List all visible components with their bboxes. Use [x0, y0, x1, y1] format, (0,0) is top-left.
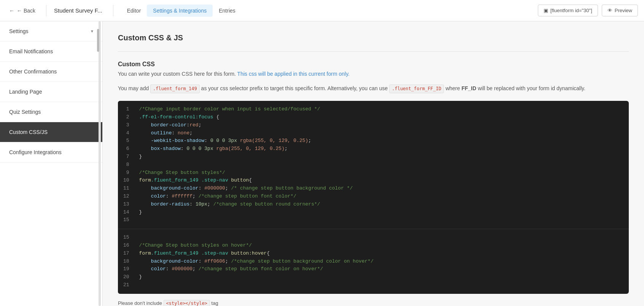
sidebar-custom-css-label: Custom CSS/JS [9, 129, 48, 135]
back-button[interactable]: ← ← Back [6, 6, 38, 15]
shortcode-icon: ▣ [544, 8, 548, 13]
sidebar-item-quiz-settings[interactable]: Quiz Settings [0, 102, 102, 122]
chevron-down-icon: ▾ [91, 29, 93, 34]
selector-info: You may add .fluent_form_149 as your css… [118, 84, 629, 93]
footer-text-2: tag [211, 300, 218, 306]
sidebar-item-settings[interactable]: Settings ▾ [0, 21, 102, 41]
sidebar-item-landing-page[interactable]: Landing Page [0, 82, 102, 102]
footer-text-1: Please don't include [118, 300, 164, 306]
page-title: Custom CSS & JS [118, 33, 629, 42]
selector-badge-1: .fluent_form_149 [150, 84, 200, 93]
sidebar-item-other-confirmations[interactable]: Other Confirmations [0, 62, 102, 82]
sidebar-quiz-label: Quiz Settings [9, 109, 41, 115]
sidebar: Settings ▾ Email Notifications Other Con… [0, 21, 103, 306]
sidebar-integrations-label: Configure Integrations [9, 149, 62, 155]
code-editor-inner-2: 15161718192021 /*Change Step button styl… [118, 229, 629, 294]
line-numbers-2: 15161718192021 [118, 229, 133, 294]
code-content-block-1[interactable]: /*Change input border color when input i… [133, 101, 629, 229]
tab-settings[interactable]: Settings & Integrations [147, 5, 213, 17]
preview-button[interactable]: 👁 Preview [602, 5, 638, 16]
code-editor[interactable]: 123456789101112131415 /*Change input bor… [118, 101, 629, 294]
scroll-thumb[interactable] [97, 29, 99, 52]
shortcode-label: [fluentform id="30"] [550, 8, 592, 13]
custom-css-desc: You can write your custom CSS here for t… [118, 70, 629, 78]
custom-css-subtitle: Custom CSS [118, 61, 629, 68]
nav-tabs: Editor Settings & Integrations Entries [121, 5, 242, 17]
code-content-block-2[interactable]: /*Change Step button styles on hover*/ f… [133, 229, 629, 294]
tab-entries[interactable]: Entries [213, 5, 242, 17]
desc-text-1: You can write your custom CSS here for t… [118, 71, 237, 77]
footer-note: Please don't include <style></style> tag [118, 300, 629, 306]
desc-text-highlight: This css will be applied in this current… [237, 71, 350, 77]
info-text-1: You may add [118, 85, 150, 91]
sidebar-settings-label: Settings [9, 28, 29, 34]
eye-icon: 👁 [607, 8, 612, 13]
back-arrow-icon: ← [9, 8, 14, 14]
style-tag-badge: <style></style> [164, 300, 210, 306]
topbar-right: ▣ [fluentform id="30"] 👁 Preview [538, 5, 638, 16]
tab-editor[interactable]: Editor [121, 5, 147, 17]
line-numbers: 123456789101112131415 [118, 101, 133, 229]
info-text-2: as your css selector prefix to target th… [201, 85, 390, 91]
topbar-divider [46, 5, 46, 16]
shortcode-button[interactable]: ▣ [fluentform id="30"] [538, 5, 598, 16]
sidebar-item-custom-css[interactable]: Custom CSS/JS [0, 122, 102, 142]
info-text-3: where FF_ID will be replaced with your f… [445, 85, 585, 91]
sidebar-landing-label: Landing Page [9, 89, 42, 95]
topbar-divider-2 [113, 5, 113, 16]
main-layout: Settings ▾ Email Notifications Other Con… [0, 21, 644, 306]
sidebar-item-email-notifications[interactable]: Email Notifications [0, 41, 102, 62]
selector-badge-2: .fluent_form_FF_ID [389, 84, 444, 93]
sidebar-other-label: Other Confirmations [9, 69, 57, 75]
sidebar-email-label: Email Notifications [9, 48, 53, 54]
section-divider [118, 51, 629, 52]
sidebar-item-configure-integrations[interactable]: Configure Integrations [0, 142, 102, 163]
scroll-track [99, 21, 101, 306]
back-label: ← Back [17, 8, 35, 14]
preview-label: Preview [615, 8, 632, 13]
content-area: Custom CSS & JS Custom CSS You can write… [103, 21, 644, 306]
topbar: ← ← Back Student Survey F... Editor Sett… [0, 0, 644, 21]
code-editor-inner: 123456789101112131415 /*Change input bor… [118, 101, 629, 229]
form-title: Student Survey F... [54, 7, 102, 14]
